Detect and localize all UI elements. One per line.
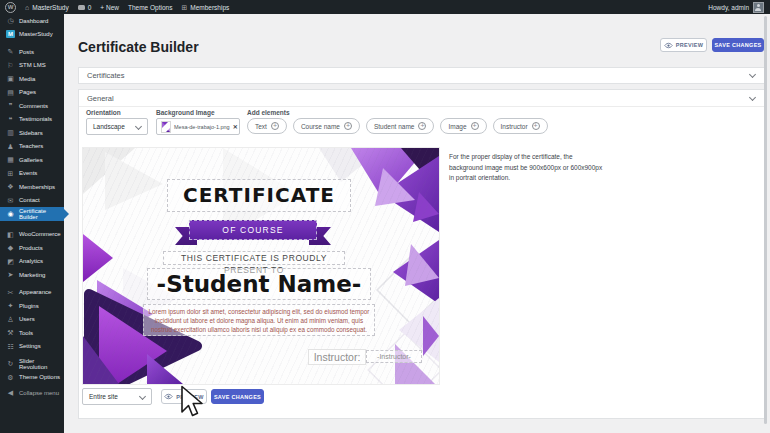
analytics-icon: ◩ xyxy=(6,257,15,266)
background-image-chip[interactable]: Mesa-de-trabajo-1.png ✕ xyxy=(156,118,240,135)
testimonials-icon: ❝ xyxy=(6,115,15,124)
certificate-subtitle-element[interactable]: OF COURSE COMPLITION xyxy=(175,218,331,248)
sidebar-item-label: Comments xyxy=(19,103,48,109)
teachers-icon: ♟ xyxy=(6,142,15,151)
footer-save-changes-button[interactable]: SAVE CHANGES xyxy=(211,389,264,404)
sidebar-item-label: STM LMS xyxy=(19,62,46,68)
pill-text[interactable]: Text+ xyxy=(247,118,287,134)
admin-bar-new[interactable]: + New xyxy=(100,4,119,11)
posts-icon: ✎ xyxy=(6,47,15,56)
add-icon: + xyxy=(344,122,352,130)
sidebar-item-users[interactable]: ♙Users xyxy=(0,313,64,327)
sidebar-item-label: Dashboard xyxy=(19,18,48,24)
pill-course-name[interactable]: Course name+ xyxy=(293,118,360,134)
general-accordion-title: General xyxy=(79,94,114,103)
sidebar-item-posts[interactable]: ✎Posts xyxy=(0,45,64,59)
pill-image[interactable]: Image+ xyxy=(440,118,486,134)
sidebar-item-events[interactable]: ⊞Events xyxy=(0,167,64,181)
general-panel: General Orientation Background Image Add… xyxy=(78,89,766,419)
pill-student-name[interactable]: Student name+ xyxy=(366,118,434,134)
remove-image-icon[interactable]: ✕ xyxy=(233,123,238,130)
certificate-present-line-element[interactable]: THIS CERTIFICATE IS PROUDLY PRESENT TO xyxy=(163,251,345,265)
sidebar-item-contact[interactable]: ✉Contact xyxy=(0,194,64,208)
chevron-down-icon xyxy=(749,93,756,100)
admin-bar-comments[interactable]: 0 xyxy=(78,4,92,11)
user-avatar[interactable] xyxy=(753,2,764,13)
sidebar-item-label: Contact xyxy=(19,197,40,203)
preview-button[interactable]: PREVIEW xyxy=(660,38,707,52)
sidebar-item-marketing[interactable]: ➤Marketing xyxy=(0,268,64,282)
add-icon: + xyxy=(271,122,279,130)
sidebar-item-label: MasterStudy xyxy=(19,31,53,37)
add-icon: + xyxy=(418,122,426,130)
sidebar-item-comments[interactable]: ❞Comments xyxy=(0,99,64,113)
save-changes-button[interactable]: SAVE CHANGES xyxy=(712,38,764,52)
sidebar-item-certificate-builder[interactable]: ◉Certificate Builder xyxy=(0,207,64,221)
wordpress-logo-icon[interactable]: W xyxy=(5,2,16,13)
screen: W ⌂ MasterStudy 0 + New Theme Options ⊞ … xyxy=(0,0,770,433)
orientation-select[interactable]: Landscape xyxy=(86,118,148,135)
certificate-instructor-label-element[interactable]: Instructor: xyxy=(308,349,366,365)
sidebar-item-label: Collapse menu xyxy=(19,390,59,396)
sidebar-item-teachers[interactable]: ♟Teachers xyxy=(0,140,64,154)
admin-bar-memberships[interactable]: ⊞ Memberships xyxy=(181,4,229,11)
ribbon-band: OF COURSE COMPLITION xyxy=(189,220,317,240)
plugins-icon: ✦ xyxy=(6,301,15,310)
admin-bar-theme-options[interactable]: Theme Options xyxy=(128,4,172,11)
tools-icon: ⚒ xyxy=(6,328,15,337)
scope-select[interactable]: Entire site xyxy=(82,388,152,405)
sidebar-item-analytics[interactable]: ◩Analytics xyxy=(0,255,64,269)
memberships-icon: ❖ xyxy=(6,182,15,191)
sidebar-item-label: Plugins xyxy=(19,303,39,309)
sidebar-item-label: Testimonials xyxy=(19,116,52,122)
sidebar-item-stm-lms[interactable]: ⚐STM LMS xyxy=(0,59,64,73)
sidebar-item-appearance[interactable]: ✂Appearance xyxy=(0,286,64,300)
background-image-filename: Mesa-de-trabajo-1.png xyxy=(174,124,230,130)
footer-preview-button[interactable]: PREVIEW xyxy=(161,389,207,404)
admin-bar-site[interactable]: ⌂ MasterStudy xyxy=(25,4,69,11)
events-icon: ⊞ xyxy=(6,169,15,178)
howdy-text: Howdy, admin xyxy=(708,4,749,11)
sidebar-item-sidebars[interactable]: ▥Sidebars xyxy=(0,126,64,140)
certificates-accordion[interactable]: Certificates xyxy=(78,67,766,84)
admin-sidebar: ◷Dashboard MMasterStudy ✎Posts ⚐STM LMS … xyxy=(0,14,64,433)
certificate-title-element[interactable]: CERTIFICATE xyxy=(167,179,351,212)
sidebar-item-products[interactable]: ◆Products xyxy=(0,241,64,255)
page-title: Certificate Builder xyxy=(78,39,199,55)
sidebar-item-label: Pages xyxy=(19,89,36,95)
pill-instructor[interactable]: Instructor+ xyxy=(493,118,548,134)
sidebar-item-testimonials[interactable]: ❝Testimonials xyxy=(0,113,64,127)
sidebar-item-settings[interactable]: ☷Settings xyxy=(0,340,64,354)
sidebars-icon: ▥ xyxy=(6,128,15,137)
certificate-body-text-element[interactable]: Lorem ipsum dolor sit amet, consectetur … xyxy=(143,304,375,336)
pill-label: Student name xyxy=(374,123,414,130)
sidebar-item-label: Teachers xyxy=(19,143,43,149)
background-size-help-text: For the proper display of the certificat… xyxy=(449,152,605,184)
sidebar-item-label: Analytics xyxy=(19,258,43,264)
comments-icon xyxy=(78,5,85,10)
sidebar-item-galleries[interactable]: ▦Galleries xyxy=(0,153,64,167)
sidebar-item-plugins[interactable]: ✦Plugins xyxy=(0,299,64,313)
lms-icon: ⚐ xyxy=(6,61,15,70)
sidebar-item-tools[interactable]: ⚒Tools xyxy=(0,326,64,340)
certificate-instructor-value-element[interactable]: -Instructor- xyxy=(366,350,422,363)
sidebar-item-theme-options[interactable]: ⚙Theme Options xyxy=(0,371,64,385)
general-accordion[interactable]: General xyxy=(79,90,765,107)
sidebar-item-memberships[interactable]: ❖Memberships xyxy=(0,180,64,194)
sidebar-item-pages[interactable]: ▤Pages xyxy=(0,86,64,100)
sidebar-item-woocommerce[interactable]: ◧WooCommerce xyxy=(0,228,64,242)
sidebar-item-label: Sidebars xyxy=(19,130,43,136)
theme-options-icon: ⚙ xyxy=(6,373,15,382)
certificate-student-name-element[interactable]: -Student Name- xyxy=(147,268,371,300)
memberships-label: Memberships xyxy=(190,4,229,11)
sidebar-item-dashboard[interactable]: ◷Dashboard xyxy=(0,14,64,28)
admin-bar-howdy[interactable]: Howdy, admin xyxy=(708,4,749,11)
certificate-canvas[interactable]: CERTIFICATE OF COURSE COMPLITION THIS CE… xyxy=(83,148,439,384)
sidebar-item-slider-revolution[interactable]: ↻Slider Revolution xyxy=(0,357,64,371)
sidebar-item-media[interactable]: ▣Media xyxy=(0,72,64,86)
sidebar-item-masterstudy[interactable]: MMasterStudy xyxy=(0,28,64,42)
products-icon: ◆ xyxy=(6,243,15,252)
vertical-scrollbar[interactable] xyxy=(764,16,767,424)
sidebar-item-label: Tools xyxy=(19,330,33,336)
sidebar-item-collapse-menu[interactable]: ◀Collapse menu xyxy=(0,386,64,400)
